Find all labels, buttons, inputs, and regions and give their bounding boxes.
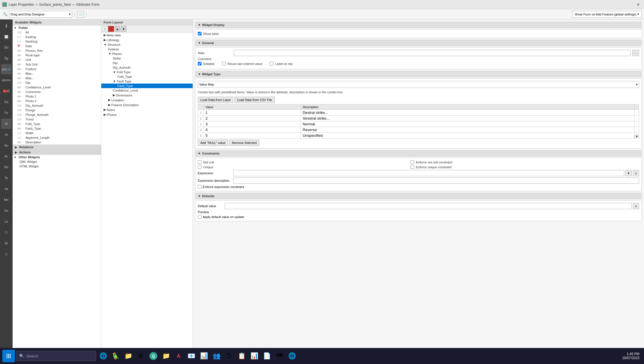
sidebar-icon-metadata[interactable]: Me (1, 195, 11, 205)
load-data-layer-btn[interactable]: Load Data from Layer (198, 97, 233, 103)
field-item-photo2[interactable]: abc Photo 2 (13, 99, 101, 103)
taskbar-app-maps[interactable]: 🗺 (274, 350, 285, 362)
label-on-top-checkbox[interactable] (270, 62, 273, 66)
sidebar-icon-digitizing[interactable]: Di (1, 238, 11, 248)
field-item-northing[interactable]: 1.2 Northing (13, 39, 101, 44)
row3-value[interactable] (204, 121, 301, 127)
expression-input[interactable] (233, 170, 624, 176)
add-null-btn[interactable]: Add "NULL" value (198, 140, 228, 146)
row2-value[interactable] (204, 116, 301, 121)
taskbar-app-word[interactable]: 📋 (236, 350, 247, 362)
sidebar-icon-fields[interactable]: Fe (1, 108, 11, 118)
row2-desc-input[interactable] (303, 116, 633, 120)
form-item-structure[interactable]: ▼ Structure (101, 42, 193, 47)
reuse-last-checkbox[interactable] (222, 62, 226, 66)
move-down-btn[interactable]: ▼ (121, 26, 127, 32)
not-null-checkbox[interactable] (198, 160, 202, 164)
enforce-unique-checkbox[interactable] (410, 165, 414, 169)
expression-desc-input[interactable] (233, 177, 639, 184)
form-item-foldtype-field[interactable]: Fold_Type (101, 74, 193, 79)
field-item-trend[interactable]: 123 Trend (13, 117, 101, 122)
row2-desc[interactable] (301, 116, 635, 121)
table-row[interactable]: 2 (198, 116, 639, 121)
sidebar-icon-dependencies[interactable]: De (1, 205, 11, 216)
form-item-lineation[interactable]: ▶ Lineation (101, 98, 193, 102)
field-item-dipazimuth[interactable]: 123 Dip_Azimuth (13, 103, 101, 108)
actions-section[interactable]: ▶ Actions (13, 150, 101, 155)
row5-desc[interactable] (301, 133, 635, 139)
fields-section-header[interactable]: ▼ Fields (13, 25, 101, 30)
expression-edit-btn[interactable]: ε (633, 170, 639, 176)
html-widget-item[interactable]: HTML Widget (13, 164, 101, 169)
row3-desc-input[interactable] (303, 122, 633, 126)
field-item-width[interactable]: 1.2 Width (13, 131, 101, 135)
row1-value[interactable] (204, 110, 301, 116)
sidebar-icon-qgis1[interactable]: ⬡ (1, 227, 11, 238)
sidebar-icon-labels[interactable]: abcLab (1, 64, 11, 74)
sidebar-icon-masks[interactable]: abcMa (1, 75, 11, 85)
field-item-conflevel[interactable]: abc Confidence_Level (13, 85, 101, 90)
table-row[interactable]: 3 (198, 121, 639, 127)
taskbar-app-powerpoint[interactable]: 📊 (198, 350, 210, 362)
taskbar-app-folder[interactable]: 📁 (160, 350, 172, 362)
field-item-date[interactable]: 📅 Date (13, 44, 101, 48)
taskbar-app-browser[interactable]: 🌐 (286, 350, 298, 362)
default-value-input[interactable] (225, 203, 632, 209)
alias-options-btn[interactable]: ··· (632, 50, 639, 56)
widget-type-select[interactable]: Value Map ▾ (198, 81, 639, 88)
sidebar-icon-layers[interactable]: 🔲 (1, 31, 11, 42)
designer-dropdown[interactable]: Drag and Drop Designer ▾ (9, 11, 72, 18)
show-form-dropdown[interactable]: Show Form on Add Feature (global setting… (572, 11, 642, 18)
sidebar-icon-source[interactable]: So (1, 42, 11, 53)
other-widgets-section[interactable]: ▼ Other Widgets (13, 155, 101, 159)
field-item-subunit[interactable]: abc Sub Unit (13, 62, 101, 67)
editable-checkbox[interactable] (198, 62, 202, 66)
field-item-mas1[interactable]: abc Mas... (13, 71, 101, 76)
relations-section[interactable]: ▶ Relations (13, 145, 101, 150)
form-item-strike[interactable]: Strike (101, 56, 193, 61)
apply-default-checkbox[interactable] (198, 215, 202, 219)
load-data-csv-btn[interactable]: Load Data from CSV File (234, 97, 274, 103)
form-item-dimensions[interactable]: ▶ Dimensions (101, 93, 193, 98)
form-item-foldtype-group[interactable]: ▼ Fold Type (101, 70, 193, 74)
delete-item-btn[interactable]: − (108, 26, 114, 32)
sidebar-icon-symbology[interactable]: Sy (1, 53, 11, 64)
field-item-photo1[interactable]: abc Photo 1 (13, 94, 101, 99)
general-section[interactable]: ▼ General (195, 40, 642, 46)
sidebar-icon-actions[interactable]: Ac (1, 151, 11, 161)
field-item-comments[interactable]: abc Comments (13, 90, 101, 94)
row2-value-input[interactable] (206, 116, 217, 120)
taskbar-app-acrobat[interactable]: A (173, 350, 184, 362)
enforce-notnull-checkbox[interactable] (410, 160, 414, 164)
field-item-faulttype[interactable]: abc Fault_Type (13, 126, 101, 131)
row3-desc[interactable] (301, 121, 635, 127)
taskbar-search[interactable]: 🔍 Search (16, 351, 96, 361)
sidebar-icon-attributes[interactable]: At (1, 118, 11, 129)
unique-checkbox[interactable] (198, 165, 202, 169)
form-item-notes[interactable]: ▶ Notes (101, 107, 193, 112)
table-row[interactable]: 1 (198, 110, 639, 116)
row1-desc[interactable] (301, 110, 635, 116)
sidebar-icon-legend[interactable]: Le (1, 216, 11, 227)
field-item-plungeazimuth[interactable]: 123 Plunge_Azimuth (13, 112, 101, 117)
taskbar-app-pdf[interactable]: 📄 (261, 350, 272, 362)
sidebar-icon-diagrams[interactable]: Da (1, 97, 11, 107)
form-item-faulttype-group[interactable]: ▼ Fault Type (101, 79, 193, 84)
taskbar-app-sticky[interactable]: 🗒 (223, 350, 235, 362)
taskbar-app-wysiwyg[interactable]: 🦜 (110, 350, 121, 362)
taskbar-app-excel[interactable]: 📊 (248, 350, 260, 362)
row5-desc-input[interactable] (303, 133, 633, 138)
row5-value[interactable] (204, 133, 301, 139)
form-item-conflevelrow[interactable]: Confidence_Level (101, 88, 193, 93)
row4-value-input[interactable] (206, 128, 217, 132)
default-value-expr-btn[interactable]: ε (633, 203, 639, 209)
scrollbar-down-btn[interactable]: ▼ (635, 134, 639, 139)
field-item-dip[interactable]: 123 Dip (13, 80, 101, 85)
field-item-feature[interactable]: abc Feature (13, 67, 101, 71)
sidebar-icon-variables[interactable]: Va (1, 184, 11, 194)
taskbar-app-teams[interactable]: 👥 (211, 350, 222, 362)
sidebar-icon-info[interactable]: ℹ (1, 21, 11, 31)
row4-desc-input[interactable] (303, 128, 633, 132)
field-item-personres[interactable]: abc Person_Res (13, 48, 101, 53)
sidebar-icon-qgis2[interactable]: ⬡ (1, 249, 11, 259)
